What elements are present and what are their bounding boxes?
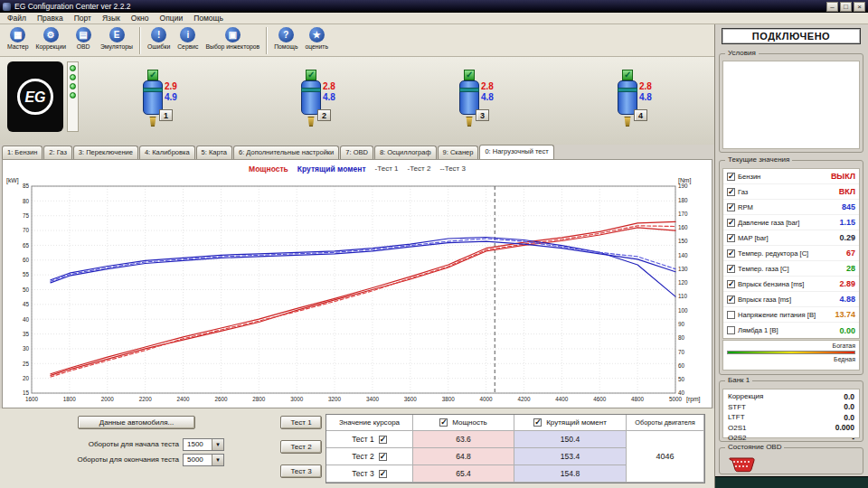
svg-text:120: 120 (678, 279, 688, 286)
menu-port[interactable]: Порт (69, 13, 97, 24)
tab-calibration[interactable]: 4: Калибровка (139, 145, 195, 159)
injector-select-button[interactable]: ▣ Выбор инжекторов (202, 26, 263, 51)
menu-window[interactable]: Окно (126, 13, 155, 24)
svg-text:70: 70 (678, 349, 685, 355)
obd-button[interactable]: ▤ OBD (70, 26, 97, 51)
cursor-header: Значение курсора (326, 415, 413, 431)
svg-text:170: 170 (678, 211, 688, 217)
cv-rpm-checkbox[interactable] (727, 203, 735, 211)
car-data-button[interactable]: Данные автомобиля... (78, 416, 195, 429)
menu-edit[interactable]: Правка (32, 13, 69, 24)
minimize-button[interactable] (826, 2, 838, 12)
errors-button[interactable]: ! Ошибки (144, 26, 174, 51)
cv-reducer-temp-checkbox[interactable] (727, 249, 735, 258)
svg-text:50: 50 (678, 376, 685, 382)
lambda-indicator: Богатая Бедная (722, 340, 860, 371)
cv-gas-checkbox[interactable] (727, 188, 735, 196)
injector-nozzle-icon (465, 117, 474, 127)
svg-text:180: 180 (678, 197, 688, 203)
svg-text:3200: 3200 (328, 396, 342, 402)
cv-lambda-checkbox[interactable] (727, 326, 735, 334)
cv-row-supply-voltage: Напряжение питания [B] 13.74 (723, 307, 859, 323)
cv-gas-inject-checkbox[interactable] (727, 296, 735, 304)
test1-button[interactable]: Тест 1 (280, 416, 322, 429)
test2-torque-value: 153.4 (514, 448, 627, 465)
menu-options[interactable]: Опции (155, 13, 189, 24)
cv-petrol-inject-checkbox[interactable] (727, 280, 735, 288)
legend-torque: Крутящий момент (297, 164, 366, 174)
tab-scanner[interactable]: 9: Сканер (438, 145, 479, 159)
emulators-button[interactable]: E Эмуляторы (97, 26, 137, 51)
svg-text:75: 75 (23, 212, 30, 219)
help-button[interactable]: ? Помощь (270, 26, 301, 51)
tab-load-test[interactable]: 0: Нагрузочный тест (479, 145, 553, 159)
cv-supply-voltage-checkbox[interactable] (727, 311, 735, 319)
engine-rpm-value: 4046 (627, 431, 704, 483)
test3-button[interactable]: Тест 3 (280, 465, 322, 478)
end-rpm-label: Обороты для окончания теста (34, 455, 179, 464)
svg-text:90: 90 (678, 321, 685, 327)
tab-map[interactable]: 5: Карта (196, 145, 232, 159)
start-rpm-select[interactable]: 1500 (183, 438, 224, 451)
menu-language[interactable]: Язык (97, 13, 126, 24)
injector-4-number[interactable]: 4 (634, 109, 647, 121)
injector-2-number[interactable]: 2 (317, 109, 331, 121)
service-button[interactable]: i Сервис (174, 26, 202, 51)
window-title: EG Configuration Center ver 2.2.2 (14, 2, 825, 11)
injector-3-number[interactable]: 3 (476, 109, 489, 121)
tab-advanced[interactable]: 6: Дополнительные настройки (233, 145, 339, 159)
tab-petrol[interactable]: 1: Бензин (2, 145, 42, 159)
menu-help[interactable]: Помощь (188, 13, 229, 24)
maximize-button[interactable] (840, 2, 852, 12)
injector-1-number[interactable]: 1 (159, 109, 173, 121)
cv-petrol-checkbox[interactable] (727, 173, 735, 181)
eg-logo: EG (7, 61, 63, 132)
power-column-checkbox[interactable] (439, 418, 448, 427)
injector-nozzle-icon (148, 117, 157, 127)
star-icon: ★ (309, 27, 325, 42)
tab-obd[interactable]: 7: OBD (340, 145, 373, 159)
injector-1-checkbox[interactable] (147, 70, 158, 80)
conditions-list[interactable] (722, 61, 860, 149)
svg-text:160: 160 (678, 224, 688, 230)
bank-row-correction: Коррекция 0.0 (723, 391, 859, 402)
test1-row-checkbox[interactable] (379, 436, 387, 444)
wizard-button[interactable]: ▦ Мастер (4, 26, 33, 51)
injector-4-gas-ms: 4.8 (639, 92, 652, 102)
cv-map-checkbox[interactable] (727, 234, 735, 242)
bank-row-stft: STFT 0.0 (723, 402, 859, 413)
help-icon: ? (278, 27, 294, 42)
test2-row-checkbox[interactable] (379, 453, 387, 461)
injector-4-checkbox[interactable] (622, 70, 633, 80)
injector-1-gas-ms: 4.9 (165, 92, 177, 102)
injector-3-checkbox[interactable] (464, 70, 475, 80)
service-icon: i (180, 27, 195, 42)
svg-text:4800: 4800 (631, 396, 645, 402)
cv-row-rpm: RPM 845 (723, 200, 859, 215)
cv-row-gas-inject: Впрыск газа [ms] 4.88 (723, 292, 859, 307)
cv-gas-pressure-checkbox[interactable] (727, 219, 735, 227)
test1-torque-value: 150.4 (514, 431, 627, 448)
tab-gas[interactable]: 2: Газ (43, 145, 72, 159)
injector-2-checkbox[interactable] (306, 70, 316, 80)
svg-text:5000: 5000 (669, 396, 683, 402)
lambda-rich-label: Богатая (727, 343, 855, 349)
load-test-chart[interactable]: 1600180020002200240026002800300032003400… (3, 174, 712, 406)
svg-text:3800: 3800 (442, 396, 456, 402)
injector-4: 2.8 4.8 4 (601, 70, 659, 138)
close-button[interactable] (854, 2, 865, 12)
torque-column-checkbox[interactable] (533, 418, 542, 427)
rate-button[interactable]: ★ оценить (301, 26, 332, 51)
svg-text:4400: 4400 (555, 396, 569, 402)
tab-oscilloscope[interactable]: 8: Осциллограф (374, 145, 437, 159)
end-rpm-select[interactable]: 5000 (183, 454, 224, 466)
cv-row-petrol-inject: Впрыск бензина [ms] 2.89 (723, 277, 859, 292)
cv-gas-temp-checkbox[interactable] (727, 265, 735, 273)
injector-2: 2.8 4.8 2 (285, 70, 343, 138)
test3-row-checkbox[interactable] (379, 470, 387, 478)
test2-button[interactable]: Тест 2 (280, 440, 322, 454)
tab-switching[interactable]: 3: Переключение (73, 145, 138, 159)
menu-file[interactable]: Файл (2, 13, 32, 24)
lambda-gradient-bar (727, 351, 855, 354)
corrections-button[interactable]: ⚙ Коррекции (33, 26, 71, 51)
